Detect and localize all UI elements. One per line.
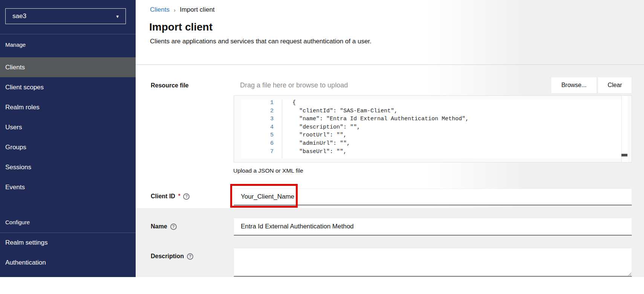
- sidebar-divider: [0, 34, 136, 34]
- description-textarea[interactable]: [234, 248, 632, 277]
- code-line: 4 "description": "",: [234, 123, 621, 132]
- sidebar-item-realm-settings[interactable]: Realm settings: [0, 233, 136, 253]
- code-line: 6 "adminUrl": "",: [234, 139, 621, 148]
- sidebar-item-clients[interactable]: Clients: [0, 57, 136, 77]
- browse-button[interactable]: Browse...: [551, 77, 597, 93]
- page-title: Import client: [149, 21, 213, 33]
- sidebar-item-events[interactable]: Events: [0, 177, 136, 197]
- nav-section-manage: Manage: [5, 41, 26, 48]
- description-label: Description: [151, 253, 184, 260]
- help-icon[interactable]: ?: [183, 193, 190, 200]
- client-id-input[interactable]: [234, 188, 632, 205]
- sidebar-item-groups[interactable]: Groups: [0, 137, 136, 157]
- help-icon[interactable]: ?: [170, 224, 177, 230]
- sidebar-item-authentication[interactable]: Authentication: [0, 253, 136, 273]
- file-upload-filename-input[interactable]: [234, 77, 551, 93]
- realm-name: sae3: [12, 12, 26, 20]
- sidebar-item-users[interactable]: Users: [0, 117, 136, 137]
- clear-button[interactable]: Clear: [598, 77, 632, 93]
- code-line: 3 "name": "Entra Id External Authenticat…: [234, 115, 621, 123]
- code-line: 7 "baseUrl": "",: [234, 148, 621, 156]
- header-divider: [136, 64, 644, 65]
- breadcrumb: Clients › Import client: [150, 6, 215, 14]
- client-id-label: Client ID: [151, 193, 175, 200]
- required-asterisk: *: [178, 193, 180, 199]
- resource-file-code-editor[interactable]: 1{ 2 "clientId": "SAS-Eam-Client", 3 "na…: [234, 95, 632, 162]
- configure-nav-list: Realm settings Authentication: [0, 233, 136, 273]
- upload-helper-text: Upload a JSON or XML file: [233, 167, 303, 174]
- sidebar-item-sessions[interactable]: Sessions: [0, 157, 136, 177]
- breadcrumb-current: Import client: [180, 6, 215, 14]
- sidebar-item-realm-roles[interactable]: Realm roles: [0, 97, 136, 117]
- realm-selector[interactable]: sae3 ▾: [5, 8, 126, 24]
- sidebar: sae3 ▾ Manage Clients Client scopes Real…: [0, 0, 136, 277]
- help-icon[interactable]: ?: [187, 253, 193, 260]
- page-subtitle: Clients are applications and services th…: [150, 38, 372, 45]
- chevron-down-icon: ▾: [116, 14, 119, 19]
- description-label-row: Description ?: [151, 253, 193, 260]
- client-id-label-row: Client ID * ?: [151, 193, 190, 200]
- editor-scrollbar-track[interactable]: [621, 96, 627, 162]
- nav-section-configure: Configure: [5, 219, 30, 225]
- breadcrumb-link-clients[interactable]: Clients: [150, 6, 170, 14]
- code-line: 1{: [234, 99, 621, 107]
- name-input[interactable]: [234, 218, 632, 236]
- import-client-page: sae3 ▾ Manage Clients Client scopes Real…: [0, 0, 644, 294]
- name-label: Name: [151, 223, 167, 230]
- breadcrumb-separator-icon: ›: [174, 7, 176, 13]
- code-lines: 1{ 2 "clientId": "SAS-Eam-Client", 3 "na…: [234, 99, 621, 156]
- name-label-row: Name ?: [151, 223, 177, 230]
- sidebar-item-client-scopes[interactable]: Client scopes: [0, 77, 136, 97]
- manage-nav-list: Clients Client scopes Realm roles Users …: [0, 57, 136, 197]
- code-line: 5 "rootUrl": "",: [234, 131, 621, 139]
- resource-file-label: Resource file: [151, 82, 188, 89]
- editor-scrollbar-thumb[interactable]: [621, 154, 627, 156]
- resource-file-label-row: Resource file: [151, 82, 188, 89]
- code-line: 2 "clientId": "SAS-Eam-Client",: [234, 107, 621, 115]
